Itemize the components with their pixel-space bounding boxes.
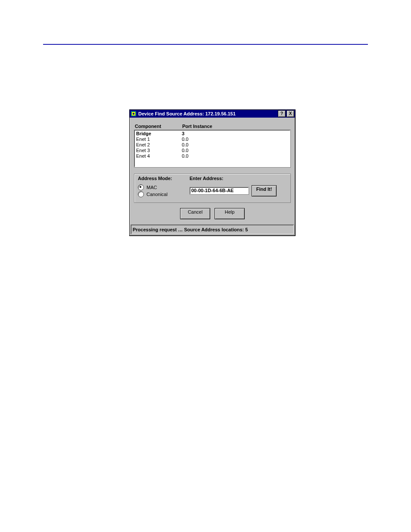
cell-port: 0.0 bbox=[182, 153, 289, 159]
divider-line bbox=[43, 44, 368, 45]
radio-dot-icon bbox=[138, 191, 144, 197]
title-bar[interactable]: Device Find Source Address: 172.19.56.15… bbox=[130, 110, 295, 118]
window-title: Device Find Source Address: 172.19.56.15… bbox=[138, 111, 277, 116]
list-headers: Component Port Instance bbox=[134, 124, 291, 130]
cell-port: 0.0 bbox=[182, 148, 289, 153]
cell-component: Enet 3 bbox=[136, 148, 182, 153]
label-enter-address: Enter Address: bbox=[190, 176, 287, 181]
cell-component: Enet 1 bbox=[136, 137, 182, 142]
client-area: Component Port Instance Bridge 3 Enet 1 … bbox=[130, 118, 295, 224]
status-text: Processing request … Source Address loca… bbox=[133, 227, 248, 232]
close-icon[interactable]: X bbox=[286, 110, 294, 117]
results-listbox[interactable]: Bridge 3 Enet 1 0.0 Enet 2 0.0 Enet 3 0.… bbox=[134, 130, 291, 168]
cell-component: Enet 4 bbox=[136, 153, 182, 159]
radio-group-address-mode: MAC Canonical bbox=[138, 184, 190, 198]
list-item[interactable]: Enet 3 0.0 bbox=[136, 148, 289, 153]
list-item[interactable]: Enet 2 0.0 bbox=[136, 142, 289, 148]
radio-mac[interactable]: MAC bbox=[138, 184, 190, 190]
find-it-button[interactable]: Find It! bbox=[252, 185, 277, 196]
dialog-buttons: Cancel Help bbox=[134, 208, 291, 219]
radio-canonical[interactable]: Canonical bbox=[138, 191, 190, 197]
cell-port: 3 bbox=[182, 131, 289, 137]
cancel-button[interactable]: Cancel bbox=[180, 208, 210, 219]
address-input-group: 00-00-1D-64-6B-AE Find It! bbox=[190, 185, 277, 196]
label-address-mode: Address Mode: bbox=[138, 176, 190, 181]
dialog-window: Device Find Source Address: 172.19.56.15… bbox=[129, 109, 296, 236]
radio-dot-icon bbox=[138, 184, 144, 190]
header-component: Component bbox=[135, 124, 182, 129]
list-item[interactable]: Enet 1 0.0 bbox=[136, 137, 289, 142]
help-button[interactable]: Help bbox=[215, 208, 245, 219]
svg-rect-2 bbox=[133, 113, 134, 115]
cell-port: 0.0 bbox=[182, 137, 289, 142]
address-input[interactable]: 00-00-1D-64-6B-AE bbox=[190, 187, 249, 195]
page: Device Find Source Address: 172.19.56.15… bbox=[0, 0, 411, 532]
list-item[interactable]: Bridge 3 bbox=[136, 131, 289, 137]
cell-component: Bridge bbox=[136, 131, 182, 137]
radio-canonical-label: Canonical bbox=[146, 192, 168, 197]
cell-port: 0.0 bbox=[182, 142, 289, 148]
mode-row: MAC Canonical 00-00-1D-64-6B-AE Find It! bbox=[138, 184, 287, 198]
cell-component: Enet 2 bbox=[136, 142, 182, 148]
radio-mac-label: MAC bbox=[146, 185, 157, 190]
list-item[interactable]: Enet 4 0.0 bbox=[136, 153, 289, 159]
header-port-instance: Port Instance bbox=[182, 124, 290, 129]
app-icon bbox=[131, 111, 137, 117]
panel-headers: Address Mode: Enter Address: bbox=[138, 176, 287, 181]
status-bar: Processing request … Source Address loca… bbox=[131, 224, 294, 235]
help-icon[interactable]: ? bbox=[278, 110, 286, 117]
address-panel: Address Mode: Enter Address: MAC Canonic… bbox=[134, 174, 291, 203]
